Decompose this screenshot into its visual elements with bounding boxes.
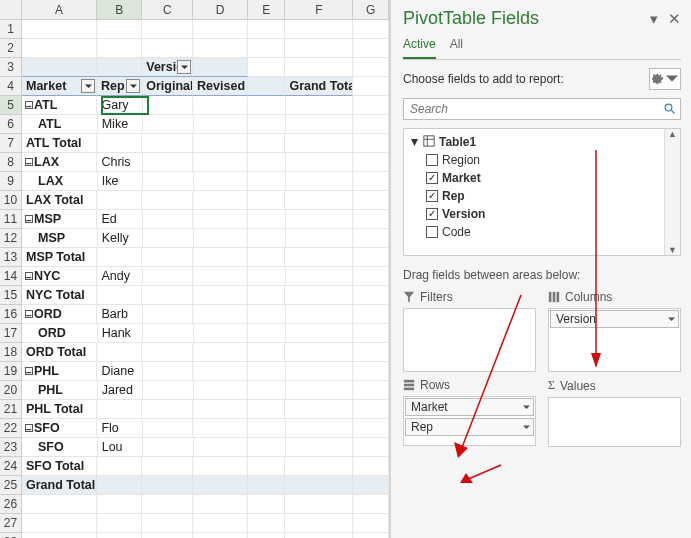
row-header-11[interactable]: 11 [0,210,22,229]
col-header-C[interactable]: C [142,0,193,20]
select-all-corner[interactable] [0,0,22,20]
columns-drop-area[interactable]: Version [548,308,681,372]
choose-fields-label: Choose fields to add to report: [403,72,564,86]
col-header-F[interactable]: F [285,0,353,20]
chevron-down-icon [666,73,678,85]
col-revised: Revised [193,77,248,96]
pivot-market-cell: PHL [22,362,97,381]
field-list-scrollbar[interactable]: ▲▼ [664,129,680,255]
row-header-22[interactable]: 22 [0,419,22,438]
svg-rect-6 [553,292,556,302]
field-region[interactable]: Region [408,151,680,169]
pivot-subtotal-cell: NYC Total [22,286,97,305]
table-node[interactable]: Table1 [408,133,680,151]
row-header-23[interactable]: 23 [0,438,22,457]
row-header-4[interactable]: 4 [0,77,22,96]
cell-area[interactable]: Version Market Rep Original Revised Gran… [22,20,389,538]
pivot-fields-pane: PivotTable Fields ▾ ✕ Active All Choose … [390,0,691,538]
row-header-3[interactable]: 3 [0,58,22,77]
row-header-6[interactable]: 6 [0,115,22,134]
row-header-1[interactable]: 1 [0,20,22,39]
tab-all[interactable]: All [450,35,463,59]
checkbox-code[interactable] [426,226,438,238]
row-header-26[interactable]: 26 [0,495,22,514]
checkbox-rep[interactable] [426,190,438,202]
field-rep[interactable]: Rep [408,187,680,205]
row-header-27[interactable]: 27 [0,514,22,533]
row-header-24[interactable]: 24 [0,457,22,476]
row-header-15[interactable]: 15 [0,286,22,305]
pivot-market-cell: ATL [22,115,98,134]
col-header-E[interactable]: E [248,0,286,20]
svg-line-15 [466,465,501,480]
row-header-9[interactable]: 9 [0,172,22,191]
pane-collapse-icon[interactable]: ▾ [650,10,658,28]
pivot-grand-total-cell: Grand Total [22,476,97,495]
row-header-18[interactable]: 18 [0,343,22,362]
pivot-subtotal-cell: MSP Total [22,248,97,267]
col-grand-total: Grand Total [285,77,353,96]
field-market[interactable]: Market [408,169,680,187]
pane-title: PivotTable Fields [403,8,539,29]
market-filter-dropdown[interactable] [81,79,95,93]
row-header-8[interactable]: 8 [0,153,22,172]
chip-market[interactable]: Market [405,398,534,416]
col-header-D[interactable]: D [193,0,248,20]
row-header-2[interactable]: 2 [0,39,22,58]
row-header-16[interactable]: 16 [0,305,22,324]
pivot-rep-cell: Hank [98,324,143,343]
col-header-G[interactable]: G [353,0,389,20]
chevron-down-icon [523,405,530,410]
pivot-market-cell: MSP [22,229,98,248]
pivot-rep-cell: Ed [97,210,142,229]
collapse-toggle-icon[interactable] [410,138,419,147]
search-input[interactable] [403,98,681,120]
svg-rect-10 [404,388,414,391]
row-header-14[interactable]: 14 [0,267,22,286]
rep-filter-dropdown[interactable] [126,79,140,93]
row-header-25[interactable]: 25 [0,476,22,495]
field-version[interactable]: Version [408,205,680,223]
field-code[interactable]: Code [408,223,680,241]
col-header-B[interactable]: B [97,0,142,20]
checkbox-market[interactable] [426,172,438,184]
pivot-market-cell: SFO [22,419,97,438]
version-filter-dropdown[interactable] [177,60,191,74]
row-header-10[interactable]: 10 [0,191,22,210]
rows-drop-area[interactable]: Market Rep [403,396,536,446]
filters-drop-area[interactable] [403,308,536,372]
row-header-12[interactable]: 12 [0,229,22,248]
checkbox-version[interactable] [426,208,438,220]
checkbox-region[interactable] [426,154,438,166]
spreadsheet-grid[interactable]: A B C D E F G 12345678910111213141516171… [0,0,390,538]
row-header-21[interactable]: 21 [0,400,22,419]
col-header-A[interactable]: A [22,0,97,20]
pivot-market-cell: LAX [22,153,97,172]
field-label: Market [442,171,481,185]
chip-version[interactable]: Version [550,310,679,328]
row-header-7[interactable]: 7 [0,134,22,153]
row-header-28[interactable]: 28 [0,533,22,538]
pivot-market-cell: LAX [22,172,98,191]
row-header-20[interactable]: 20 [0,381,22,400]
row-header-19[interactable]: 19 [0,362,22,381]
chevron-down-icon [668,317,675,322]
pivot-market-cell: ORD [22,305,97,324]
values-drop-area[interactable] [548,397,681,447]
chip-rep[interactable]: Rep [405,418,534,436]
svg-point-0 [665,104,672,111]
tools-button[interactable] [649,68,681,90]
tab-active[interactable]: Active [403,35,436,59]
pivot-rep-cell: Andy [97,267,142,286]
row-header-17[interactable]: 17 [0,324,22,343]
values-area-label: Values [560,379,596,393]
pivot-rep-cell: Kelly [98,229,143,248]
row-header-13[interactable]: 13 [0,248,22,267]
row-header-5[interactable]: 5 [0,96,22,115]
field-list[interactable]: Table1 RegionMarketRepVersionCode ▲▼ [403,128,681,256]
gear-icon [652,73,664,85]
field-label: Code [442,225,471,239]
pane-close-icon[interactable]: ✕ [668,10,681,28]
chevron-down-icon [523,425,530,430]
column-headers: A B C D E F G [22,0,389,20]
